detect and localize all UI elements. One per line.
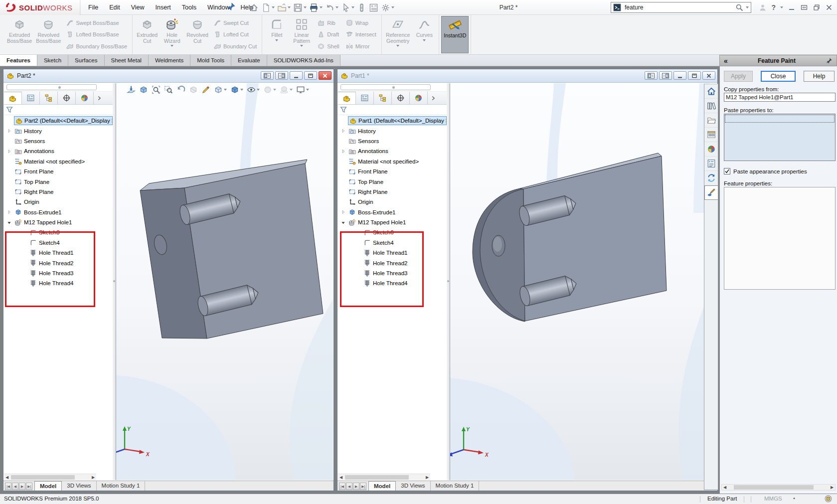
doc-nav-last-icon[interactable]: ▶| [360, 483, 366, 490]
paste-appearance-checkbox[interactable] [724, 168, 730, 174]
displaymanager-tab-tab[interactable] [76, 92, 94, 104]
annotations-visibility-button[interactable] [201, 85, 211, 95]
doc-nav-prev-icon[interactable]: ◀ [346, 483, 352, 490]
scroll-right-icon[interactable]: ▶ [90, 474, 96, 481]
filter-icon[interactable] [339, 106, 347, 114]
doc-tab-3d-views[interactable]: 3D Views [62, 481, 96, 491]
dropdown-caret-icon[interactable] [423, 39, 426, 41]
ribbon-button-boundarycut[interactable]: Boundary Cut [213, 41, 257, 51]
tab-mold-tools[interactable]: Mold Tools [190, 55, 231, 66]
dropdown-caret-icon[interactable] [240, 89, 243, 91]
ribbon-button-hole-wizard[interactable]: Hole Wizard [160, 16, 184, 53]
doc-tab-3d-views[interactable]: 3D Views [396, 481, 430, 491]
feature-paint-tab[interactable] [704, 185, 718, 200]
part2-3d-model[interactable] [116, 83, 333, 475]
units-caret-icon[interactable]: ▲ [793, 497, 796, 500]
tree-item-sensors[interactable]: Sensors [4, 136, 113, 146]
dropdown-caret-icon[interactable] [273, 89, 276, 91]
tree-item-top-plane[interactable]: Top Plane [338, 176, 447, 186]
tree-item-origin[interactable]: Origin [4, 197, 113, 207]
window-minimize-button[interactable] [290, 71, 303, 80]
tree-item-sketch6[interactable]: Sketch6 [338, 227, 447, 237]
ribbon-button-loftedbossbase[interactable]: Lofted Boss/Base [66, 29, 127, 39]
panel-pin-icon[interactable] [826, 57, 833, 64]
doc-tab-motion-study-1[interactable]: Motion Study 1 [431, 481, 480, 491]
doc-nav-next-icon[interactable]: ▶ [353, 483, 359, 490]
feature-properties-box[interactable] [724, 187, 836, 290]
tree-item-origin[interactable]: Origin [338, 197, 447, 207]
dropdown-caret-icon[interactable] [306, 89, 309, 91]
zoom-area-button[interactable] [164, 85, 173, 95]
ribbon-button-instant3d[interactable]: Instant3D [441, 16, 469, 53]
dropdown-caret-icon[interactable] [257, 89, 260, 91]
tab-sketch[interactable]: Sketch [37, 55, 68, 66]
tree-item-front-plane[interactable]: Front Plane [338, 167, 447, 176]
tree-collapsed-arrow-icon[interactable] [340, 128, 346, 134]
tree-item-m12-tapped-hole1[interactable]: M12 Tapped Hole1 [338, 217, 447, 227]
window-split-left-button[interactable] [261, 71, 274, 80]
dropdown-caret-icon[interactable] [290, 89, 293, 91]
ribbon-button-linear-pattern[interactable]: Linear Pattern [289, 16, 314, 53]
window-split-left-button[interactable] [645, 71, 658, 80]
tree-item-sketch3[interactable]: Sketch3 [4, 227, 113, 237]
tree-expanded-arrow-icon[interactable] [6, 220, 12, 225]
tree-item-sensors[interactable]: Sensors [338, 136, 447, 146]
status-stamp-icon[interactable] [824, 495, 833, 503]
undo-button[interactable] [324, 1, 339, 13]
zoom-fit-button[interactable] [151, 85, 161, 95]
scroll-left-icon[interactable]: ◀ [4, 474, 10, 481]
doc-nav-last-icon[interactable]: ▶| [26, 483, 32, 490]
doc-nav-next-icon[interactable]: ▶ [19, 483, 25, 490]
featuremanager-expand-chevron[interactable] [428, 95, 439, 102]
ribbon-button-reference-geometry[interactable]: Reference Geometry [384, 16, 412, 53]
scroll-left-icon[interactable]: ◀ [338, 474, 344, 481]
new-document-button[interactable] [260, 1, 276, 13]
window-close-button[interactable] [319, 71, 332, 80]
window-close-button[interactable] [702, 71, 715, 80]
tree-item-hole-thread3[interactable]: Hole Thread3 [338, 268, 447, 278]
tree-item-annotations[interactable]: AAnnotations [4, 146, 113, 156]
tree-item-material-not-specified-[interactable]: Material <not specified> [338, 157, 447, 167]
ribbon-button-fillet[interactable]: Fillet [264, 16, 289, 53]
tree-item-history[interactable]: History [4, 126, 113, 136]
tree-item-top-plane[interactable]: Top Plane [4, 176, 113, 186]
tree-item-front-plane[interactable]: Front Plane [4, 167, 113, 176]
view-palette-tab[interactable] [704, 128, 718, 142]
view-orientation-button[interactable] [230, 85, 244, 95]
search-box[interactable] [611, 2, 751, 13]
window-restore-button[interactable] [304, 71, 317, 80]
previous-view-button[interactable] [176, 85, 186, 95]
dropdown-caret-icon[interactable] [224, 89, 227, 91]
menu-item-view[interactable]: View [126, 0, 150, 15]
ribbon-button-extruded-bossbase[interactable]: Extruded Boss/Base [5, 16, 34, 53]
select-cursor-caret-icon[interactable] [351, 6, 354, 8]
magnifier-icon[interactable] [735, 3, 743, 11]
close-icon[interactable] [825, 3, 833, 11]
dimxpert-tab-tab[interactable] [392, 92, 410, 104]
tree-item-history[interactable]: History [338, 126, 447, 136]
tree-item-right-plane[interactable]: Right Plane [4, 187, 113, 197]
print-button[interactable] [308, 1, 324, 13]
tree-item-sketch4[interactable]: Sketch4 [4, 238, 113, 248]
view-settings-button[interactable] [296, 85, 310, 95]
ribbon-button-revolved-cut[interactable]: Revolved Cut [184, 16, 210, 53]
doc-nav-first-icon[interactable]: |◀ [5, 483, 11, 490]
new-document-caret-icon[interactable] [272, 6, 275, 8]
ribbon-button-intersect[interactable]: Intersect [345, 29, 376, 39]
open-document-button[interactable] [276, 1, 292, 13]
featuremanager-expand-chevron[interactable] [94, 95, 105, 102]
tab-sheet-metal[interactable]: Sheet Metal [105, 55, 149, 66]
paste-properties-list[interactable] [724, 114, 836, 161]
tree-item-hole-thread4[interactable]: Hole Thread4 [4, 278, 113, 288]
search-caret-icon[interactable] [746, 6, 749, 8]
appearances-tab[interactable] [704, 142, 718, 157]
save-caret-icon[interactable] [304, 6, 307, 8]
tree-collapsed-arrow-icon[interactable] [340, 209, 346, 215]
minimize-icon[interactable] [788, 3, 796, 11]
tree-collapsed-arrow-icon[interactable] [6, 209, 12, 215]
resize-icon[interactable] [800, 3, 808, 11]
ribbon-button-draft[interactable]: Draft [317, 29, 339, 39]
panel-splitter-handle[interactable] [392, 86, 395, 89]
ribbon-button-shell[interactable]: Shell [317, 41, 339, 51]
tree-item-right-plane[interactable]: Right Plane [338, 187, 447, 197]
